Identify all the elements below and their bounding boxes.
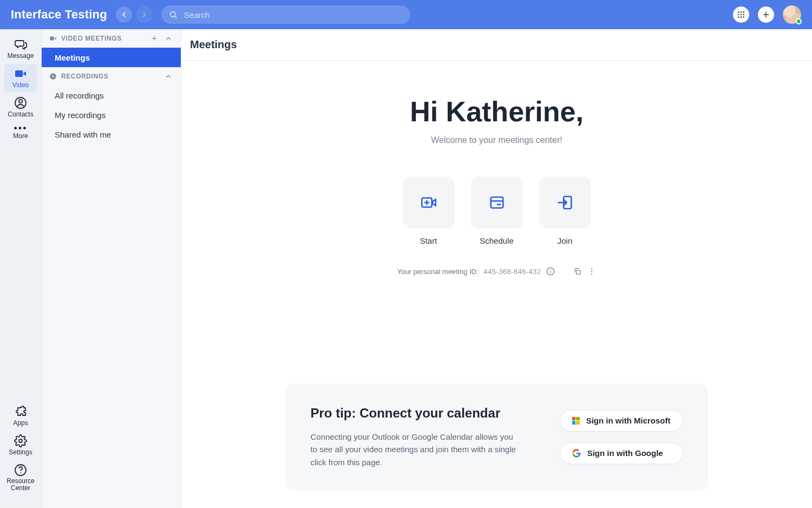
collapse-recordings[interactable] xyxy=(163,71,173,81)
rail-item-settings[interactable]: Settings xyxy=(4,431,37,459)
info-icon xyxy=(546,267,555,276)
svg-rect-13 xyxy=(15,70,23,77)
presence-badge xyxy=(796,18,802,24)
search-input[interactable] xyxy=(183,10,403,20)
add-meeting-icon[interactable] xyxy=(149,34,159,43)
svg-point-2 xyxy=(738,11,739,13)
nav-rail: Message Video Contacts ••• More Apps xyxy=(0,29,42,508)
sidebar-item-label: Shared with me xyxy=(55,130,111,139)
greeting-subtitle: Welcome to your meetings center! xyxy=(431,135,562,145)
top-bar: Interface Testing xyxy=(0,0,812,29)
action-start[interactable]: Start xyxy=(403,177,455,245)
copy-icon xyxy=(573,267,582,276)
rail-label: More xyxy=(13,132,28,140)
calendar-icon xyxy=(488,193,506,212)
search-field[interactable] xyxy=(161,5,410,24)
chevron-right-icon xyxy=(141,11,148,18)
rail-label: Apps xyxy=(13,419,28,427)
puzzle-icon xyxy=(14,405,27,418)
nav-arrows xyxy=(116,6,153,23)
svg-point-36 xyxy=(591,271,592,272)
dialpad-button[interactable] xyxy=(733,6,749,23)
rail-item-resource-center[interactable]: Resource Center xyxy=(2,460,40,495)
oauth-button-label: Sign in with Microsoft xyxy=(586,416,671,425)
svg-point-37 xyxy=(591,273,592,275)
more-vertical-icon xyxy=(587,267,596,276)
svg-line-1 xyxy=(175,16,176,18)
svg-point-5 xyxy=(738,14,739,16)
svg-point-18 xyxy=(20,472,21,473)
chevron-left-icon xyxy=(120,11,128,18)
rail-label: Video xyxy=(12,81,29,89)
section-header-label: VIDEO MEETINGS xyxy=(61,35,122,42)
sidebar-item-label: My recordings xyxy=(55,110,106,120)
svg-point-9 xyxy=(741,16,742,18)
new-button[interactable] xyxy=(758,6,774,23)
rail-item-video[interactable]: Video xyxy=(4,64,37,92)
video-small-icon xyxy=(49,35,57,42)
pmi-value: 445-368-846-432 xyxy=(484,268,541,276)
svg-rect-34 xyxy=(577,270,580,274)
sign-in-microsoft-button[interactable]: Sign in with Microsoft xyxy=(560,410,683,432)
action-label: Schedule xyxy=(480,236,514,245)
rail-item-apps[interactable]: Apps xyxy=(4,402,37,430)
svg-point-33 xyxy=(551,269,551,270)
action-label: Start xyxy=(420,236,437,245)
nav-forward-button[interactable] xyxy=(136,6,153,23)
svg-rect-27 xyxy=(490,197,503,208)
pmi-copy-button[interactable] xyxy=(573,267,582,276)
oauth-button-label: Sign in with Google xyxy=(587,448,663,458)
svg-point-7 xyxy=(743,14,744,16)
dialpad-icon xyxy=(737,10,745,19)
help-icon xyxy=(14,464,27,477)
section-header-label: RECORDINGS xyxy=(61,73,108,80)
chevron-up-icon xyxy=(165,73,172,80)
sidebar-item-all-recordings[interactable]: All recordings xyxy=(42,86,181,105)
microsoft-logo-icon xyxy=(572,417,580,425)
svg-point-15 xyxy=(19,100,22,103)
svg-point-10 xyxy=(743,16,744,18)
personal-meeting-id-row: Your personal meeting ID: 445-368-846-43… xyxy=(397,267,597,276)
app-title: Interface Testing xyxy=(11,8,107,22)
protip-title: Pro tip: Connect your calendar xyxy=(311,406,538,421)
secondary-sidebar: VIDEO MEETINGS Meetings RECORDINGS xyxy=(42,29,181,508)
section-header-video-meetings: VIDEO MEETINGS xyxy=(42,29,181,48)
recordings-icon xyxy=(49,73,57,80)
gear-icon xyxy=(14,434,27,447)
search-icon xyxy=(169,10,178,19)
chevron-up-icon xyxy=(165,35,172,42)
rail-label: Resource Center xyxy=(2,478,40,492)
google-logo-icon xyxy=(572,449,581,458)
sidebar-item-meetings[interactable]: Meetings xyxy=(42,48,181,67)
collapse-video-meetings[interactable] xyxy=(163,34,173,43)
action-label: Join xyxy=(558,236,573,245)
plus-icon xyxy=(762,10,770,19)
sidebar-item-my-recordings[interactable]: My recordings xyxy=(42,105,181,125)
user-avatar[interactable] xyxy=(783,5,801,24)
main-content: Meetings Hi Katherine, Welcome to your m… xyxy=(181,29,812,508)
rail-item-contacts[interactable]: Contacts xyxy=(4,93,37,121)
sidebar-item-label: All recordings xyxy=(55,91,104,100)
plus-icon xyxy=(150,35,158,42)
section-header-recordings: RECORDINGS xyxy=(42,67,181,86)
action-join[interactable]: Join xyxy=(539,177,591,245)
nav-back-button[interactable] xyxy=(116,6,132,23)
message-icon xyxy=(14,38,27,51)
action-schedule[interactable]: Schedule xyxy=(471,177,523,245)
rail-label: Message xyxy=(8,52,34,60)
page-title: Meetings xyxy=(181,29,812,61)
video-icon xyxy=(14,67,27,80)
sidebar-item-label: Meetings xyxy=(55,53,90,62)
pmi-more-button[interactable] xyxy=(587,267,596,276)
sidebar-item-shared-with-me[interactable]: Shared with me xyxy=(42,125,181,144)
pmi-label: Your personal meeting ID: xyxy=(397,268,479,276)
protip-body: Connecting your Outlook or Google Calend… xyxy=(311,431,522,468)
svg-rect-19 xyxy=(50,37,54,41)
meeting-actions: Start Schedule Join xyxy=(403,177,591,245)
rail-item-message[interactable]: Message xyxy=(4,35,37,63)
sign-in-google-button[interactable]: Sign in with Google xyxy=(560,442,683,464)
rail-item-more[interactable]: ••• More xyxy=(4,122,37,143)
svg-point-6 xyxy=(741,14,742,16)
rail-label: Contacts xyxy=(8,110,33,118)
pmi-info-button[interactable] xyxy=(546,267,555,276)
